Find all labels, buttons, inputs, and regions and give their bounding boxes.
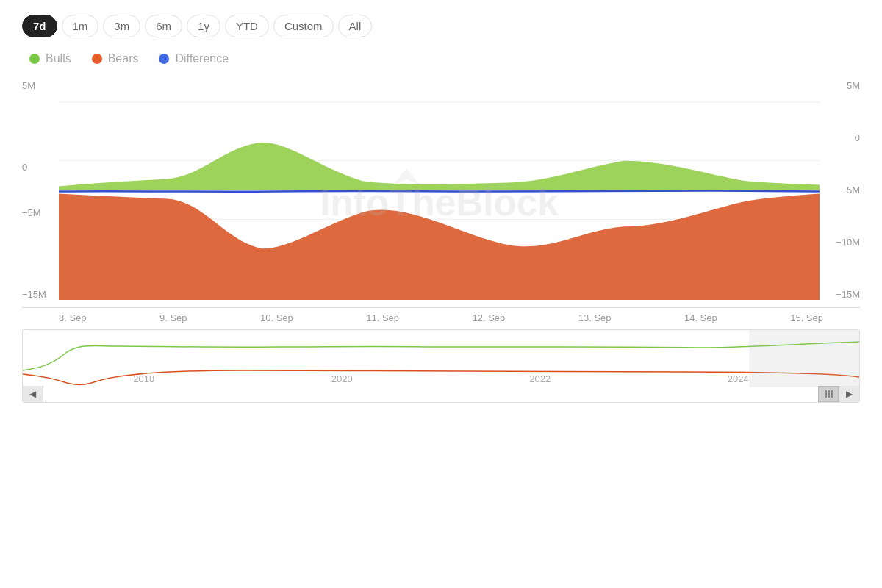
btn-1m[interactable]: 1m xyxy=(62,15,99,37)
y-label-right-5m: 5M xyxy=(847,80,860,91)
x-label-13sep: 13. Sep xyxy=(578,312,612,323)
x-label-8sep: 8. Sep xyxy=(59,312,87,323)
y-axis-left: 5M 0 −5M −15M xyxy=(22,73,59,307)
x-label-15sep: 15. Sep xyxy=(790,312,823,323)
mini-year-labels: 2018 2020 2022 2024 xyxy=(23,373,859,384)
chart-svg-area: IntoTheBlock xyxy=(59,73,820,307)
btn-3m[interactable]: 3m xyxy=(103,15,140,37)
x-label-14sep: 14. Sep xyxy=(684,312,717,323)
svg-rect-6 xyxy=(828,390,830,398)
scroll-right-button[interactable]: ▶ xyxy=(839,386,859,402)
legend-bears: Bears xyxy=(92,52,139,65)
difference-label: Difference xyxy=(175,52,229,65)
year-2024: 2024 xyxy=(728,373,749,384)
x-label-9sep: 9. Sep xyxy=(159,312,187,323)
y-label-left-0val: 0 xyxy=(22,162,59,173)
legend-difference: Difference xyxy=(159,52,229,65)
x-axis: 8. Sep 9. Sep 10. Sep 11. Sep 12. Sep 13… xyxy=(22,308,860,323)
legend-bulls: Bulls xyxy=(29,52,71,65)
x-label-12sep: 12. Sep xyxy=(472,312,505,323)
main-svg: IntoTheBlock xyxy=(59,73,820,307)
y-axis-right: 5M 0 −5M −10M −15M xyxy=(820,73,860,307)
y-label-right-n15m: −15M xyxy=(836,289,860,300)
chart-legend: Bulls Bears Difference xyxy=(22,52,860,65)
btn-1y[interactable]: 1y xyxy=(187,15,220,37)
btn-all[interactable]: All xyxy=(338,15,373,37)
y-label-left-n5m: −5M xyxy=(22,207,59,218)
bears-dot xyxy=(92,54,102,64)
y-label-right-n10m: −10M xyxy=(836,237,860,248)
difference-dot xyxy=(159,54,169,64)
year-2022: 2022 xyxy=(529,373,551,384)
main-chart: 5M 0 −5M −15M 5M 0 −5M −10M −15M xyxy=(22,73,860,308)
y-label-left-5m: 5M xyxy=(22,80,59,91)
btn-ytd[interactable]: YTD xyxy=(225,15,269,37)
svg-rect-5 xyxy=(825,390,827,398)
scroll-left-button[interactable]: ◀ xyxy=(23,386,43,402)
btn-custom[interactable]: Custom xyxy=(273,15,334,37)
time-range-selector: 7d 1m 3m 6m 1y YTD Custom All xyxy=(22,15,860,37)
bulls-label: Bulls xyxy=(46,52,71,65)
year-2020: 2020 xyxy=(331,373,353,384)
x-label-10sep: 10. Sep xyxy=(260,312,293,323)
btn-6m[interactable]: 6m xyxy=(145,15,182,37)
bulls-dot xyxy=(29,54,40,64)
chart-wrapper: 5M 0 −5M −15M 5M 0 −5M −10M −15M xyxy=(22,73,860,403)
y-label-right-0: 0 xyxy=(855,132,860,143)
mini-navigator[interactable]: 2018 2020 2022 2024 ◀ ▶ xyxy=(22,329,860,403)
btn-7d[interactable]: 7d xyxy=(22,15,57,37)
x-label-11sep: 11. Sep xyxy=(366,312,399,323)
main-container: 7d 1m 3m 6m 1y YTD Custom All Bulls Bear… xyxy=(0,0,882,588)
svg-rect-7 xyxy=(831,390,833,398)
scroll-handle[interactable] xyxy=(818,386,839,402)
year-2018: 2018 xyxy=(133,373,154,384)
watermark-text: IntoTheBlock xyxy=(320,181,559,223)
bears-label: Bears xyxy=(108,52,139,65)
handle-icon xyxy=(822,388,834,400)
y-label-right-n5m: −5M xyxy=(841,184,860,196)
y-label-left-n15m: −15M xyxy=(22,289,59,300)
mini-bulls-line xyxy=(23,342,859,370)
